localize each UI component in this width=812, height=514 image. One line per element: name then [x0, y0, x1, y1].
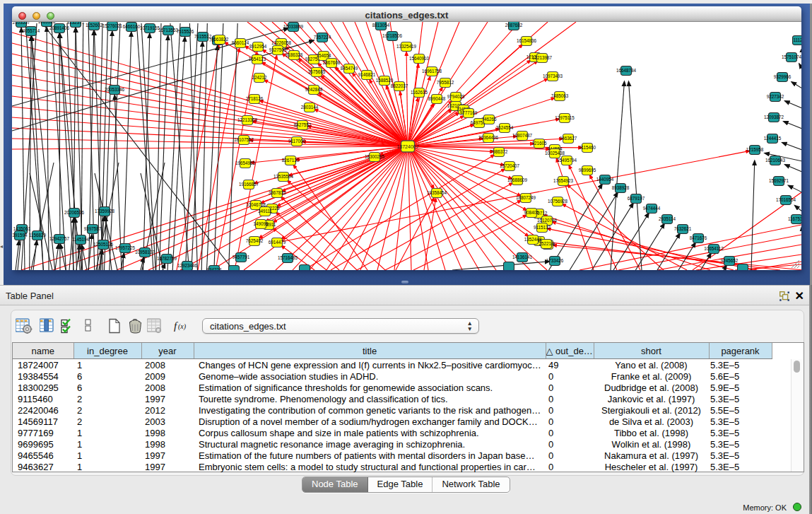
- svg-text:10807487: 10807487: [512, 133, 533, 138]
- svg-text:9899695: 9899695: [579, 168, 596, 173]
- svg-text:8938928: 8938928: [612, 185, 630, 190]
- svg-text:8454749: 8454749: [341, 66, 358, 71]
- svg-text:2103557: 2103557: [13, 22, 30, 25]
- svg-text:9474444: 9474444: [643, 206, 661, 211]
- svg-text:2087682: 2087682: [505, 23, 523, 28]
- svg-text:15276021: 15276021: [102, 23, 123, 28]
- svg-text:8912954: 8912954: [249, 44, 267, 49]
- svg-text:7632621: 7632621: [674, 226, 692, 231]
- svg-text:1733426: 1733426: [546, 258, 564, 263]
- svg-text:17654923: 17654923: [553, 178, 574, 183]
- svg-text:19654985: 19654985: [235, 160, 256, 165]
- svg-text:2867608: 2867608: [323, 60, 341, 65]
- svg-text:1440954: 1440954: [596, 177, 614, 182]
- svg-text:16033809: 16033809: [283, 24, 304, 29]
- svg-text:(x): (x): [178, 322, 187, 331]
- svg-text:13325419: 13325419: [396, 44, 417, 49]
- svg-text:224212: 224212: [252, 75, 267, 80]
- svg-text:10756928: 10756928: [548, 199, 568, 204]
- svg-text:8660124: 8660124: [232, 40, 249, 45]
- svg-text:19358454: 19358454: [427, 190, 447, 195]
- svg-text:1065526: 1065526: [38, 22, 56, 24]
- svg-text:18107552: 18107552: [234, 137, 254, 142]
- svg-text:10719155: 10719155: [140, 25, 160, 30]
- svg-text:9457791: 9457791: [233, 255, 250, 259]
- svg-text:16713553: 16713553: [158, 28, 179, 33]
- svg-text:18807249: 18807249: [516, 195, 536, 200]
- svg-text:15716485: 15716485: [278, 255, 298, 260]
- svg-text:1112: 1112: [793, 37, 801, 42]
- svg-text:9146821: 9146821: [358, 72, 376, 77]
- svg-text:9397587: 9397587: [84, 226, 102, 231]
- svg-text:10688609: 10688609: [507, 177, 528, 182]
- svg-text:15692971: 15692971: [769, 178, 789, 183]
- svg-text:1167533: 1167533: [788, 216, 801, 221]
- svg-text:18300295: 18300295: [365, 154, 385, 159]
- svg-text:7663822: 7663822: [211, 37, 229, 42]
- svg-text:7986372: 7986372: [490, 149, 508, 154]
- svg-text:7357224: 7357224: [314, 35, 331, 40]
- svg-text:12923446: 12923446: [177, 263, 198, 268]
- svg-text:9463627: 9463627: [560, 136, 577, 141]
- svg-text:16154836: 16154836: [517, 38, 537, 43]
- svg-text:1654123: 1654123: [249, 57, 266, 62]
- svg-text:12975115: 12975115: [555, 115, 575, 120]
- svg-text:10025438: 10025438: [545, 151, 565, 156]
- svg-text:8471676: 8471676: [690, 235, 707, 240]
- svg-text:16782759: 16782759: [157, 256, 177, 261]
- svg-text:7485063: 7485063: [551, 93, 569, 98]
- svg-text:16961758: 16961758: [422, 69, 442, 74]
- svg-text:17359928: 17359928: [95, 209, 115, 214]
- svg-text:17957225: 17957225: [115, 245, 136, 250]
- svg-text:10958107: 10958107: [135, 250, 155, 255]
- svg-text:9794028: 9794028: [447, 94, 465, 99]
- svg-text:1588520: 1588520: [376, 78, 394, 83]
- svg-text:391594: 391594: [12, 233, 28, 238]
- svg-text:12213987: 12213987: [532, 55, 553, 60]
- svg-text:1215958: 1215958: [746, 147, 764, 152]
- svg-text:9115132: 9115132: [534, 225, 551, 230]
- svg-text:2803144: 2803144: [301, 105, 319, 110]
- svg-text:15640910: 15640910: [409, 56, 430, 61]
- svg-text:1156829: 1156829: [29, 233, 47, 238]
- svg-text:6914479: 6914479: [269, 240, 286, 245]
- svg-text:10973493: 10973493: [543, 74, 563, 78]
- svg-text:2718126: 2718126: [246, 96, 264, 101]
- svg-text:4055714: 4055714: [23, 28, 40, 33]
- svg-text:20891406: 20891406: [49, 25, 70, 30]
- svg-text:13226058: 13226058: [271, 40, 292, 45]
- svg-text:8132371: 8132371: [67, 22, 85, 25]
- svg-text:12093872: 12093872: [764, 115, 784, 119]
- svg-text:154654: 154654: [316, 53, 331, 58]
- svg-text:13535594: 13535594: [273, 174, 294, 179]
- svg-text:12942757: 12942757: [49, 236, 70, 241]
- svg-text:7515526: 7515526: [177, 29, 194, 34]
- svg-text:16210643: 16210643: [765, 158, 786, 163]
- svg-text:9245652: 9245652: [721, 258, 739, 263]
- svg-text:8427552: 8427552: [294, 122, 312, 127]
- svg-text:17016504: 17016504: [776, 197, 796, 202]
- svg-text:9242848: 9242848: [305, 87, 323, 92]
- svg-text:6879197: 6879197: [628, 196, 645, 201]
- svg-text:15495794: 15495794: [557, 158, 577, 163]
- svg-text:15720407: 15720407: [500, 163, 520, 168]
- svg-text:20053346: 20053346: [105, 87, 125, 92]
- svg-text:9777169: 9777169: [460, 110, 478, 115]
- svg-text:1162615: 1162615: [411, 90, 428, 95]
- svg-text:908405: 908405: [524, 210, 539, 215]
- svg-text:746266: 746266: [481, 117, 497, 122]
- svg-text:3675685: 3675685: [308, 69, 326, 74]
- svg-text:9115460: 9115460: [579, 145, 596, 150]
- svg-text:9117006: 9117006: [288, 139, 306, 144]
- svg-text:8267130: 8267130: [282, 158, 300, 163]
- svg-text:1244415: 1244415: [764, 136, 782, 141]
- svg-text:921605: 921605: [531, 141, 547, 146]
- svg-text:8813054: 8813054: [372, 23, 390, 28]
- svg-text:3867835: 3867835: [269, 190, 286, 195]
- svg-text:10654112: 10654112: [704, 246, 724, 251]
- svg-text:14136141: 14136141: [512, 255, 533, 259]
- svg-text:3624554: 3624554: [496, 125, 514, 130]
- svg-text:2935114: 2935114: [659, 216, 676, 221]
- svg-text:12213369: 12213369: [237, 117, 258, 122]
- svg-text:252214: 252214: [539, 241, 554, 246]
